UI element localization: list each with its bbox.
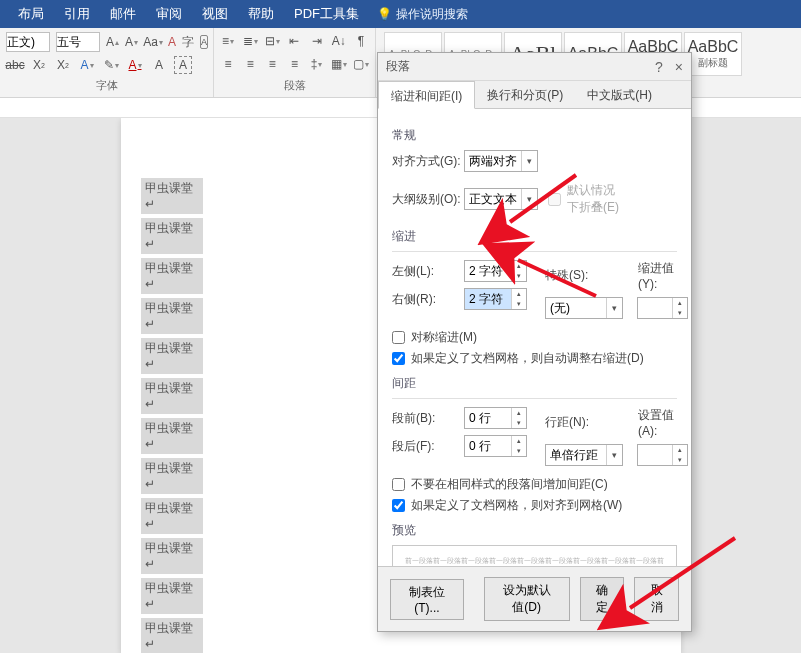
tab-mailings[interactable]: 邮件 [100,0,146,28]
cancel-button[interactable]: 取消 [634,577,679,621]
tell-me-search[interactable]: 💡 操作说明搜索 [377,6,468,23]
tab-help[interactable]: 帮助 [238,0,284,28]
phonetic-button[interactable]: 字 [182,33,194,51]
tabs-button[interactable]: 制表位(T)... [390,579,464,620]
font-size-combo[interactable] [56,32,100,52]
outline-value[interactable] [465,189,521,209]
indent-right-spinner[interactable]: ▴▾ [464,288,527,310]
list-item[interactable]: 甲虫课堂↵ [141,298,203,334]
align-center-button[interactable]: ≡ [242,55,258,73]
spin-down-icon[interactable]: ▾ [512,299,526,309]
shading-button[interactable]: ▦▾ [331,55,347,73]
space-before-value[interactable] [465,408,511,428]
list-item[interactable]: 甲虫课堂↵ [141,578,203,614]
list-item[interactable]: 甲虫课堂↵ [141,218,203,254]
show-marks-button[interactable]: ¶ [353,32,369,50]
spacing-set-value[interactable] [638,445,672,465]
tab-view[interactable]: 视图 [192,0,238,28]
spin-down-icon[interactable]: ▾ [512,418,526,428]
list-item[interactable]: 甲虫课堂↵ [141,618,203,653]
outline-combo[interactable]: ▾ [464,188,538,210]
spin-up-icon[interactable]: ▴ [512,408,526,418]
spin-down-icon[interactable]: ▾ [512,446,526,456]
spacing-set-spinner[interactable]: ▴▾ [637,444,688,466]
font-color-button[interactable]: A▾ [126,56,144,74]
spin-up-icon[interactable]: ▴ [673,298,687,308]
shrink-font-button[interactable]: A▾ [125,33,138,51]
list-item[interactable]: 甲虫课堂↵ [141,178,203,214]
special-value[interactable] [546,298,606,318]
indent-value-field[interactable] [638,298,672,318]
list-item[interactable]: 甲虫课堂↵ [141,378,203,414]
alignment-combo[interactable]: ▾ [464,150,538,172]
spin-down-icon[interactable]: ▾ [512,271,526,281]
font-name-combo[interactable] [6,32,50,52]
alignment-value[interactable] [465,151,521,171]
spin-down-icon[interactable]: ▾ [673,308,687,318]
indent-left-value[interactable] [465,261,511,281]
list-item[interactable]: 甲虫课堂↵ [141,538,203,574]
sort-button[interactable]: A↓ [331,32,347,50]
align-justify-button[interactable]: ≡ [286,55,302,73]
chevron-down-icon[interactable]: ▾ [521,151,537,171]
chevron-down-icon[interactable]: ▾ [521,189,537,209]
set-default-button[interactable]: 设为默认值(D) [484,577,570,621]
inc-indent-button[interactable]: ⇥ [309,32,325,50]
tab-references[interactable]: 引用 [54,0,100,28]
special-combo[interactable]: ▾ [545,297,623,319]
spin-up-icon[interactable]: ▴ [512,436,526,446]
tab-review[interactable]: 审阅 [146,0,192,28]
superscript-button[interactable]: X2 [54,56,72,74]
change-case-button[interactable]: Aa▾ [144,33,162,51]
indent-value-spinner[interactable]: ▴▾ [637,297,688,319]
bullets-button[interactable]: ≡▾ [220,32,236,50]
tab-asian[interactable]: 中文版式(H) [575,81,664,108]
subscript-button[interactable]: X2 [30,56,48,74]
space-before-spinner[interactable]: ▴▾ [464,407,527,429]
list-item[interactable]: 甲虫课堂↵ [141,338,203,374]
spin-up-icon[interactable]: ▴ [512,261,526,271]
no-space-checkbox[interactable] [392,478,405,491]
snap-grid-checkbox[interactable] [392,499,405,512]
char-border-button[interactable]: A [174,56,192,74]
line-spacing-combo[interactable]: ▾ [545,444,623,466]
close-icon[interactable]: × [675,59,683,75]
space-after-value[interactable] [465,436,511,456]
chevron-down-icon[interactable]: ▾ [606,298,622,318]
list-item[interactable]: 甲虫课堂↵ [141,498,203,534]
sym-indent-checkbox[interactable] [392,331,405,344]
line-spacing-button[interactable]: ‡▾ [309,55,325,73]
highlight-button[interactable]: ✎▾ [102,56,120,74]
tab-pdftools[interactable]: PDF工具集 [284,0,369,28]
spin-down-icon[interactable]: ▾ [673,455,687,465]
list-item[interactable]: 甲虫课堂↵ [141,458,203,494]
space-after-spinner[interactable]: ▴▾ [464,435,527,457]
enclose-button[interactable]: A [200,35,208,49]
ok-button[interactable]: 确定 [580,577,625,621]
auto-indent-checkbox[interactable] [392,352,405,365]
tab-indent-spacing[interactable]: 缩进和间距(I) [378,81,475,109]
numbering-button[interactable]: ≣▾ [242,32,258,50]
tab-layout[interactable]: 布局 [8,0,54,28]
spin-up-icon[interactable]: ▴ [673,445,687,455]
spin-up-icon[interactable]: ▴ [512,289,526,299]
help-icon[interactable]: ? [655,59,663,75]
strike-button[interactable]: abc [6,56,24,74]
borders-button[interactable]: ▢▾ [353,55,369,73]
indent-left-spinner[interactable]: ▴▾ [464,260,527,282]
align-left-button[interactable]: ≡ [220,55,236,73]
list-item[interactable]: 甲虫课堂↵ [141,258,203,294]
dialog-titlebar[interactable]: 段落 ? × [378,53,691,81]
tab-line-break[interactable]: 换行和分页(P) [475,81,575,108]
list-item[interactable]: 甲虫课堂↵ [141,418,203,454]
indent-right-value[interactable] [465,289,511,309]
grow-font-button[interactable]: A▴ [106,33,119,51]
char-shading-button[interactable]: A [150,56,168,74]
clear-format-button[interactable]: A [168,33,176,51]
chevron-down-icon[interactable]: ▾ [606,445,622,465]
style-item-subtitle[interactable]: AaBbC副标题 [684,32,742,76]
dec-indent-button[interactable]: ⇤ [286,32,302,50]
text-effects-button[interactable]: A▾ [78,56,96,74]
align-right-button[interactable]: ≡ [264,55,280,73]
multilevel-button[interactable]: ⊟▾ [264,32,280,50]
